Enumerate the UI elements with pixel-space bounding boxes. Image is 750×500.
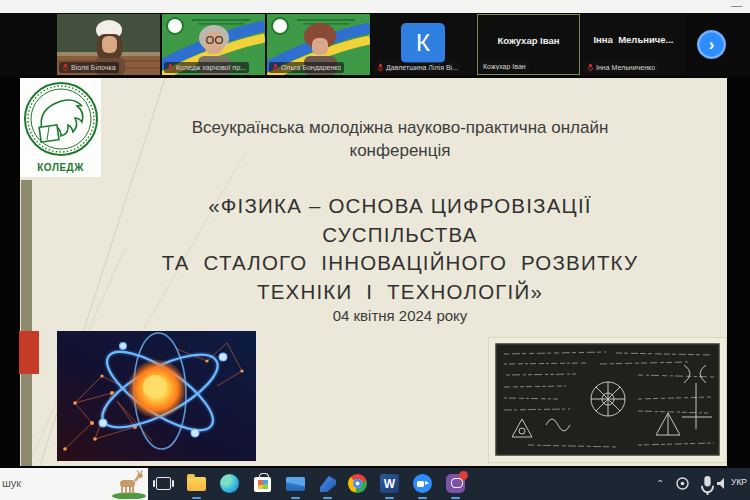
title-line1: «ФІЗИКА – ОСНОВА ЦИФРОВІЗАЦІЇ (90, 192, 710, 221)
chrome-icon (348, 474, 367, 493)
tray-expand-chevron[interactable]: ⌃ (656, 479, 664, 488)
search-placeholder-text: шук (2, 477, 21, 489)
windows-taskbar: шук W (0, 468, 750, 500)
notification-badge (459, 471, 468, 480)
participants-strip: Віоля Білочка (0, 13, 750, 76)
muted-mic-icon (62, 63, 69, 72)
participant-display-name: Інна Мельниче... (582, 34, 685, 45)
minimize-button[interactable]: — (731, 0, 742, 11)
edge-icon (220, 474, 239, 493)
task-view-icon (156, 477, 171, 490)
viber-button[interactable] (445, 473, 466, 494)
participant-name: Коледж харчової пр... (176, 64, 246, 71)
participant-name: Давлетшина Лілія Ві... (386, 64, 458, 71)
muted-mic-icon (167, 63, 174, 72)
next-participants-button[interactable]: › (697, 30, 726, 59)
window-titlebar: — (0, 0, 750, 13)
tray-camera-icon[interactable] (675, 476, 696, 497)
participant-tile[interactable]: К Давлетшина Лілія Ві... (372, 14, 475, 75)
participant-tile[interactable]: Віоля Білочка (57, 14, 160, 75)
language-indicator[interactable]: УКР (731, 477, 747, 487)
participant-tile-active-speaker[interactable]: Кожухар Іван Кожухар Іван (477, 14, 580, 75)
open-app-indicator (192, 497, 201, 499)
conference-title: «ФІЗИКА – ОСНОВА ЦИФРОВІЗАЦІЇ СУСПІЛЬСТВ… (90, 192, 710, 306)
word-button[interactable]: W (379, 473, 400, 494)
zoom-meeting-window: — Віоля Б (0, 0, 750, 500)
open-app-indicator (323, 497, 332, 499)
participant-name-tag: Віоля Білочка (59, 62, 119, 73)
subtitle-line1: Всеукраїнська молодіжна науково-практичн… (100, 116, 700, 139)
chevron-right-icon: › (709, 35, 715, 55)
folder-icon (187, 477, 206, 491)
3d-app-icon (320, 476, 336, 492)
blue-3d-app-button[interactable] (317, 473, 338, 494)
tray-mic-icon[interactable] (697, 475, 718, 496)
store-bag-icon (254, 477, 271, 492)
participant-tile[interactable]: Коледж харчової пр... (162, 14, 265, 75)
participant-display-name: Кожухар Іван (478, 35, 579, 46)
microsoft-store-button[interactable] (252, 473, 273, 494)
title-line4: ТЕХНІКИ І ТЕХНОЛОГІЙ» (90, 278, 710, 307)
deer-highlight-icon[interactable] (110, 470, 148, 499)
participant-name: Інна Мельниченко (596, 64, 655, 71)
edge-browser-button[interactable] (219, 473, 240, 494)
word-icon: W (380, 474, 399, 493)
participant-name-tag: Кожухар Іван (480, 61, 529, 72)
conference-subtitle: Всеукраїнська молодіжна науково-практичн… (100, 116, 700, 162)
participant-tile[interactable]: Ольга Бондаренко (267, 14, 370, 75)
open-app-indicator (291, 497, 300, 499)
logo-caption: КОЛЕДЖ (20, 162, 101, 173)
open-app-indicator (451, 497, 460, 499)
participant-name-tag: Ольга Бондаренко (269, 62, 344, 73)
file-explorer-button[interactable] (186, 473, 207, 494)
participant-name: Ольга Бондаренко (281, 64, 341, 71)
college-logo: КОЛЕДЖ (20, 78, 101, 177)
shared-screen-area: КОЛЕДЖ Всеукраїнська молодіжна науково-п… (0, 76, 750, 468)
muted-mic-icon (272, 63, 279, 72)
open-app-indicator (385, 497, 394, 499)
mail-app-button[interactable] (285, 473, 306, 494)
zoom-camera-icon (413, 474, 432, 493)
atom-illustration (57, 331, 256, 461)
viber-icon (446, 474, 465, 493)
mail-icon (286, 477, 305, 491)
conference-date: 04 квітня 2024 року (90, 307, 710, 324)
slide-side-bar (21, 180, 32, 466)
slide-red-accent (19, 331, 39, 374)
zoom-app-button[interactable] (412, 473, 433, 494)
participant-name: Кожухар Іван (483, 63, 526, 70)
participant-name-tag: Давлетшина Лілія Ві... (374, 62, 461, 73)
physics-chalkboard-image (488, 337, 727, 463)
title-line3: ТА СТАЛОГО ІННОВАЦІЙНОГО РОЗВИТКУ (90, 249, 710, 278)
subtitle-line2: конференція (100, 139, 700, 162)
open-app-indicator (418, 497, 427, 499)
title-line2: СУСПІЛЬСТВА (90, 221, 710, 250)
muted-mic-icon (377, 63, 384, 72)
participant-tile[interactable]: Інна Мельниче... Інна Мельниченко (582, 14, 685, 75)
presentation-slide: КОЛЕДЖ Всеукраїнська молодіжна науково-п… (20, 78, 727, 466)
taskbar-search-box[interactable]: шук (0, 468, 148, 500)
task-view-button[interactable] (153, 473, 174, 494)
participant-name-tag: Коледж харчової пр... (164, 62, 249, 73)
letter-avatar: К (401, 23, 445, 63)
chrome-button[interactable] (347, 473, 368, 494)
muted-mic-icon (587, 63, 594, 72)
participant-name: Віоля Білочка (71, 64, 116, 71)
participant-name-tag: Інна Мельниченко (584, 62, 658, 73)
